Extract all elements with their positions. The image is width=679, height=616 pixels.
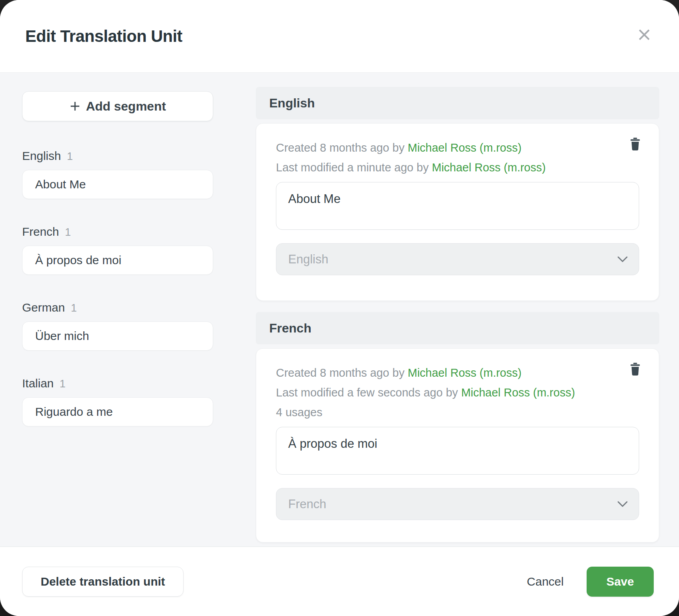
created-meta: Created 8 months ago by Michael Ross (m.… <box>276 363 639 383</box>
modified-user-link[interactable]: Michael Ross (m.ross) <box>461 386 575 399</box>
segment-item-french: French 1 À propos de moi <box>22 225 213 275</box>
dialog-body: Add segment English 1 About Me French 1 … <box>0 73 679 547</box>
segment-card-german[interactable]: Über mich <box>22 321 213 351</box>
delete-translation-unit-button[interactable]: Delete translation unit <box>22 567 184 597</box>
segment-language: French <box>22 225 59 239</box>
delete-segment-button[interactable] <box>626 135 644 153</box>
modified-prefix: Last modified a few seconds ago by <box>276 386 458 399</box>
segment-text-input-french[interactable]: À propos de moi <box>276 427 639 475</box>
panel-language-title: English <box>269 96 315 111</box>
modified-prefix: Last modified a minute ago by <box>276 161 429 174</box>
panel-header-french: French <box>256 312 659 344</box>
segment-label: Italian 1 <box>22 376 213 391</box>
segment-text-input-english[interactable]: About Me <box>276 182 639 230</box>
edit-translation-unit-dialog: Edit Translation Unit Add segment <box>0 0 679 616</box>
segment-item-german: German 1 Über mich <box>22 300 213 351</box>
language-select-value: French <box>288 497 326 511</box>
chevron-down-icon <box>617 501 628 507</box>
add-segment-label: Add segment <box>86 99 166 114</box>
dialog-footer: Delete translation unit Cancel Save <box>0 547 679 616</box>
panel-card-english: Created 8 months ago by Michael Ross (m.… <box>256 123 659 301</box>
segment-label: English 1 <box>22 149 213 163</box>
panel-header-english: English <box>256 87 659 119</box>
segment-language: German <box>22 300 65 315</box>
dialog-header: Edit Translation Unit <box>0 0 679 73</box>
chevron-down-icon <box>617 256 628 263</box>
created-user-link[interactable]: Michael Ross (m.ross) <box>408 141 521 154</box>
cancel-button[interactable]: Cancel <box>527 575 564 588</box>
modified-meta: Last modified a few seconds ago by Micha… <box>276 383 639 402</box>
created-prefix: Created 8 months ago by <box>276 366 405 379</box>
modified-meta: Last modified a minute ago by Michael Ro… <box>276 158 639 177</box>
usages-count: 4 usages <box>276 402 639 422</box>
segment-label: French 1 <box>22 225 213 239</box>
created-user-link[interactable]: Michael Ross (m.ross) <box>408 366 521 379</box>
close-icon <box>637 28 651 42</box>
trash-icon <box>629 137 641 151</box>
segment-count: 1 <box>67 149 73 163</box>
language-select-french: French <box>276 488 639 520</box>
segments-sidebar: Add segment English 1 About Me French 1 … <box>22 73 213 547</box>
segment-card-italian[interactable]: Riguardo a me <box>22 397 213 426</box>
segment-language: English <box>22 149 61 163</box>
segment-label: German 1 <box>22 300 213 315</box>
trash-icon <box>629 362 641 376</box>
segment-item-english: English 1 About Me <box>22 149 213 199</box>
modified-user-link[interactable]: Michael Ross (m.ross) <box>432 161 546 174</box>
language-select-english: English <box>276 243 639 275</box>
panel-language-title: French <box>269 321 311 336</box>
segment-count: 1 <box>60 377 66 391</box>
save-button[interactable]: Save <box>587 567 654 597</box>
segment-item-italian: Italian 1 Riguardo a me <box>22 376 213 426</box>
plus-icon <box>69 101 81 112</box>
close-button[interactable] <box>636 26 653 43</box>
created-prefix: Created 8 months ago by <box>276 141 405 154</box>
language-select-value: English <box>288 252 328 267</box>
dialog-title: Edit Translation Unit <box>25 27 182 46</box>
segment-language: Italian <box>22 376 54 391</box>
segment-count: 1 <box>71 301 77 315</box>
segment-count: 1 <box>65 225 71 239</box>
segment-card-french[interactable]: À propos de moi <box>22 246 213 275</box>
created-meta: Created 8 months ago by Michael Ross (m.… <box>276 138 639 158</box>
segment-card-english[interactable]: About Me <box>22 170 213 199</box>
add-segment-button[interactable]: Add segment <box>22 91 213 121</box>
panel-card-french: Created 8 months ago by Michael Ross (m.… <box>256 348 659 543</box>
segment-editors: English Created 8 months ago by Michael … <box>256 73 659 547</box>
delete-segment-button[interactable] <box>626 361 644 378</box>
